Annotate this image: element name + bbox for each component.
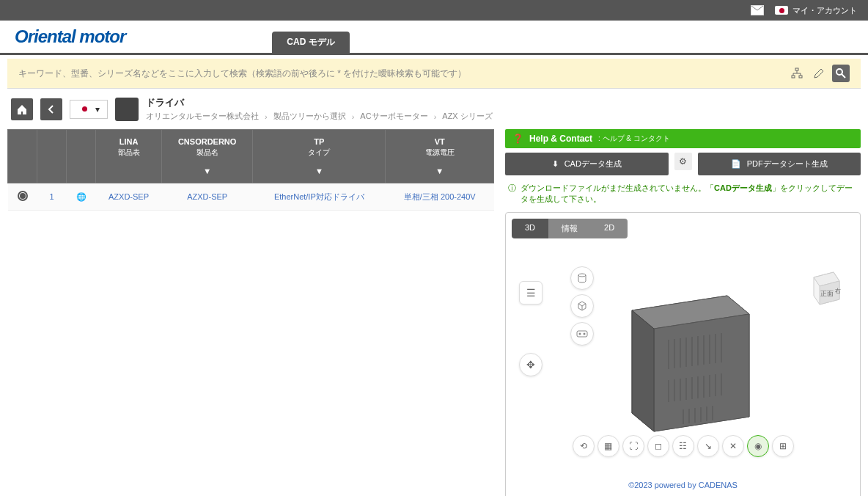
chevron-down-icon: ▾: [95, 104, 100, 114]
svg-rect-5: [577, 331, 587, 337]
table-row[interactable]: 1 🌐 AZXD-SEP AZXD-SEP EtherNet/IP対応ドライバ …: [8, 183, 494, 211]
globe-icon[interactable]: 🌐: [76, 192, 87, 201]
th-tp: TP: [257, 137, 380, 146]
viewer-panel: 3D 情報 2D ☰ ✥: [505, 212, 861, 496]
sitemap-icon[interactable]: [788, 65, 806, 82]
svg-text:右: 右: [835, 288, 841, 294]
vr-icon[interactable]: [570, 322, 594, 346]
cell-vt[interactable]: 単相/三相 200-240V: [404, 192, 476, 201]
svg-text:正面: 正面: [820, 290, 834, 297]
product-thumbnail: [115, 98, 139, 121]
parts-table: LINA部品表 CNSORDERNO製品名▼ TPタイプ▼ VT電源電圧▼ 1 …: [7, 129, 494, 211]
breadcrumb-item[interactable]: オリエンタルモーター株式会社: [146, 111, 259, 122]
view-cube[interactable]: 正面 右: [803, 266, 847, 310]
search-input[interactable]: キーワード、型番、シリーズ名などをここに入力して検索（検索語の前や後ろに * を…: [18, 68, 781, 80]
row-num[interactable]: 1: [49, 192, 54, 201]
cell-orderno[interactable]: AZXD-SEP: [187, 192, 227, 201]
page-title: ドライバ: [146, 96, 493, 109]
tool-texture-icon[interactable]: ▦: [597, 435, 619, 457]
breadcrumb-item[interactable]: ACサーボモーター: [360, 111, 427, 122]
flag-jp-icon: [78, 105, 91, 114]
home-button[interactable]: [11, 98, 33, 120]
account-label: マイ・アカウント: [792, 5, 857, 16]
logo: Oriental motor: [15, 26, 125, 53]
language-select[interactable]: ▾: [70, 100, 108, 119]
svg-rect-2: [799, 76, 802, 78]
filter-icon[interactable]: ▼: [315, 167, 323, 175]
pencil-icon[interactable]: [810, 65, 828, 82]
filter-icon[interactable]: ▼: [203, 167, 211, 175]
download-icon: ⬇: [552, 159, 559, 169]
th-orderno: CNSORDERNO: [166, 137, 248, 146]
tool-wire-icon[interactable]: ⊞: [772, 435, 794, 457]
tab-2d[interactable]: 2D: [591, 219, 628, 238]
cell-lina[interactable]: AZXD-SEP: [108, 192, 149, 201]
svg-point-4: [578, 274, 586, 277]
pdf-generate-button[interactable]: 📄 PDFデータシート生成: [698, 153, 861, 175]
flag-jp-icon: [775, 6, 788, 15]
list-icon[interactable]: ☰: [519, 281, 542, 304]
svg-rect-1: [792, 76, 795, 78]
svg-point-6: [579, 333, 581, 335]
search-icon[interactable]: [832, 65, 850, 82]
tool-shade-icon[interactable]: ◉: [747, 435, 769, 457]
my-account-link[interactable]: マイ・アカウント: [775, 5, 857, 16]
cylinder-icon[interactable]: [570, 266, 594, 290]
breadcrumb-item[interactable]: AZX シリーズ: [442, 111, 492, 122]
model-3d-view[interactable]: [595, 274, 771, 450]
tool-box-icon[interactable]: ◻: [647, 435, 669, 457]
cadenas-link[interactable]: ©2023 powered by CADENAS: [628, 481, 738, 489]
cad-generate-button[interactable]: ⬇ CADデータ生成: [505, 153, 669, 175]
mail-icon[interactable]: [751, 5, 764, 15]
svg-point-3: [836, 69, 842, 75]
tool-stack-icon[interactable]: ☷: [672, 435, 694, 457]
breadcrumb-item[interactable]: 製品ツリーから選択: [273, 111, 346, 122]
tool-measure-icon[interactable]: ↘: [697, 435, 719, 457]
tool-fit-icon[interactable]: ⛶: [622, 435, 644, 457]
row-radio[interactable]: [18, 191, 28, 201]
svg-point-7: [584, 333, 586, 335]
back-button[interactable]: [40, 98, 62, 120]
th-vt: VT: [390, 137, 489, 146]
breadcrumb: オリエンタルモーター株式会社› 製品ツリーから選択› ACサーボモーター› AZ…: [146, 111, 493, 122]
document-icon: 📄: [731, 159, 741, 169]
tool-rotate-icon[interactable]: ⟲: [573, 435, 595, 457]
filter-icon[interactable]: ▼: [435, 167, 444, 175]
tab-info[interactable]: 情報: [548, 219, 591, 238]
warning-message: ⓘ ダウンロードファイルがまだ生成されていません。「CADデータ生成」をクリック…: [505, 175, 861, 212]
help-contact-bar[interactable]: ❓ Help & Contact : ヘルプ & コンタクト: [505, 129, 861, 148]
tab-cad-model[interactable]: CAD モデル: [272, 32, 349, 53]
cube-icon[interactable]: [570, 294, 594, 318]
th-lina: LINA: [100, 137, 157, 146]
info-icon: ⓘ: [508, 183, 516, 194]
cad-settings-icon[interactable]: ⚙: [674, 153, 692, 170]
tool-section-icon[interactable]: ✕: [722, 435, 744, 457]
svg-rect-0: [795, 68, 798, 70]
cell-tp[interactable]: EtherNet/IP対応ドライバ: [274, 192, 364, 201]
question-icon: ❓: [512, 134, 523, 144]
tab-3d[interactable]: 3D: [512, 219, 548, 238]
move-icon[interactable]: ✥: [519, 353, 542, 376]
